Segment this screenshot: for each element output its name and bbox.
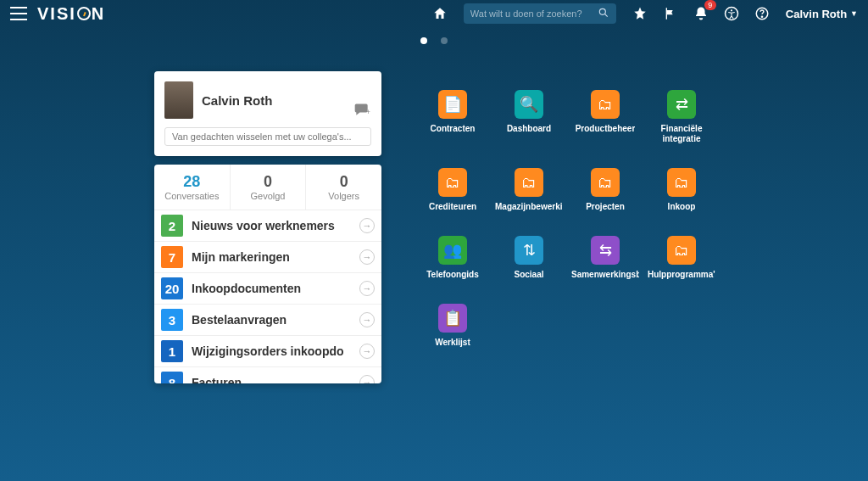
- stat-followers[interactable]: 0 Volgers: [306, 165, 381, 210]
- arrow-right-icon: →: [359, 249, 375, 265]
- app-tile[interactable]: ⇆Samenwerkingsbe: [571, 236, 639, 280]
- stat-following[interactable]: 0 Gevolgd: [231, 165, 307, 210]
- svg-line-1: [604, 14, 607, 16]
- app-tile[interactable]: 🔍Dashboard: [495, 90, 563, 144]
- pager-dot-2[interactable]: [441, 37, 448, 44]
- activity-panel: 28 Conversaties 0 Gevolgd 0 Volgers 2Nie…: [154, 165, 381, 383]
- logo-o-icon: [77, 7, 91, 20]
- list-item-count: 2: [161, 215, 183, 237]
- username-label: Calvin Roth: [786, 8, 847, 20]
- app-label: Productbeheer: [576, 124, 636, 134]
- app-label: Contracten: [431, 124, 476, 134]
- app-tile[interactable]: 🗂Crediteuren: [419, 168, 487, 212]
- arrow-right-icon: →: [359, 312, 375, 327]
- list-item[interactable]: 1Wijzigingsorders inkoopdo→: [154, 336, 381, 367]
- avatar[interactable]: [164, 81, 193, 119]
- app-tile[interactable]: 👥Telefoongids: [419, 236, 487, 280]
- list-item[interactable]: 8Facturen→: [154, 367, 381, 383]
- app-tile[interactable]: 📋Werklijst: [419, 304, 487, 348]
- app-icon: 🗂: [591, 168, 620, 197]
- search-box[interactable]: [464, 3, 616, 24]
- page-indicator: [0, 37, 868, 44]
- notifications-icon[interactable]: 9: [689, 2, 713, 25]
- arrow-right-icon: →: [359, 281, 375, 296]
- app-tile[interactable]: ⇄Financiële integratie: [648, 90, 715, 144]
- app-label: Sociaal: [514, 270, 543, 280]
- app-grid: 📄Contracten🔍Dashboard🗂Productbeheer⇄Fina…: [419, 90, 792, 348]
- brand-logo: VISI N: [37, 4, 105, 24]
- app-label: Inkoop: [668, 202, 696, 212]
- svg-text:+: +: [366, 108, 370, 116]
- stat-label: Volgers: [309, 191, 378, 201]
- profile-card: Calvin Roth +: [154, 71, 381, 156]
- app-label: Crediteuren: [429, 202, 476, 212]
- app-icon: ⇄: [667, 90, 696, 119]
- list-item-count: 1: [161, 340, 183, 362]
- app-icon: 🗂: [591, 90, 620, 119]
- app-icon: 📋: [438, 304, 467, 333]
- list-item[interactable]: 20Inkoopdocumenten→: [154, 273, 381, 305]
- app-label: Telefoongids: [426, 270, 478, 280]
- app-icon: ⇅: [515, 236, 543, 265]
- pager-dot-1[interactable]: [420, 37, 427, 44]
- search-input[interactable]: [470, 8, 598, 19]
- list-item-label: Inkoopdocumenten: [192, 282, 359, 295]
- app-tile[interactable]: 🗂Hulpprogramma's: [648, 236, 715, 280]
- app-label: Hulpprogramma's: [648, 270, 715, 280]
- app-icon: 🗂: [667, 168, 696, 197]
- app-icon: 🗂: [438, 168, 467, 197]
- flag-icon[interactable]: [659, 2, 682, 25]
- list-item[interactable]: 3Bestelaanvragen→: [154, 305, 381, 336]
- stat-label: Gevolgd: [234, 191, 303, 201]
- svg-point-5: [761, 16, 762, 17]
- app-icon: ⇆: [591, 236, 620, 265]
- app-tile[interactable]: 🗂Inkoop: [648, 168, 715, 212]
- caret-down-icon: ▼: [850, 9, 858, 18]
- arrow-right-icon: →: [359, 375, 375, 383]
- app-tile[interactable]: 📄Contracten: [419, 90, 487, 144]
- accessibility-icon[interactable]: [720, 2, 743, 25]
- app-tile[interactable]: 🗂Projecten: [571, 168, 639, 212]
- stat-num: 0: [234, 173, 303, 191]
- app-label: Dashboard: [507, 124, 551, 134]
- app-icon: 👥: [438, 236, 467, 265]
- app-label: Financiële integratie: [648, 124, 715, 144]
- user-menu[interactable]: Calvin Roth ▼: [786, 8, 858, 20]
- arrow-right-icon: →: [359, 218, 375, 233]
- list-item-count: 3: [161, 309, 183, 331]
- favorite-icon[interactable]: [628, 2, 652, 25]
- list-item[interactable]: 7Mijn markeringen→: [154, 242, 381, 273]
- svg-point-0: [599, 8, 605, 14]
- list-item-label: Mijn markeringen: [192, 250, 359, 264]
- logo-text-pre: VISI: [37, 4, 76, 24]
- app-tile[interactable]: ⇅Sociaal: [495, 236, 563, 280]
- app-label: Magazijnbewerking: [495, 202, 563, 212]
- app-label: Projecten: [586, 202, 625, 212]
- app-label: Samenwerkingsbe: [571, 270, 639, 280]
- activity-list[interactable]: 2Nieuws voor werknemers→7Mijn markeringe…: [154, 210, 381, 383]
- app-icon: 🗂: [515, 168, 543, 197]
- svg-point-3: [731, 9, 732, 11]
- profile-name: Calvin Roth: [202, 93, 272, 108]
- search-icon[interactable]: [598, 7, 609, 21]
- stat-conversations[interactable]: 28 Conversaties: [154, 165, 231, 210]
- list-item[interactable]: 2Nieuws voor werknemers→: [154, 210, 381, 242]
- stat-num: 28: [158, 173, 226, 191]
- list-item-count: 20: [161, 277, 183, 299]
- arrow-right-icon: →: [359, 344, 375, 359]
- share-thought-icon[interactable]: +: [353, 102, 371, 123]
- status-input[interactable]: [164, 127, 371, 146]
- home-icon[interactable]: [428, 2, 452, 25]
- app-icon: 🔍: [515, 90, 543, 119]
- stat-num: 0: [309, 173, 378, 191]
- list-item-count: 8: [161, 372, 183, 383]
- logo-text-post: N: [92, 4, 105, 24]
- app-icon: 🗂: [667, 236, 696, 265]
- stat-label: Conversaties: [158, 191, 226, 201]
- menu-hamburger[interactable]: [10, 7, 27, 20]
- app-tile[interactable]: 🗂Productbeheer: [571, 90, 639, 144]
- list-item-label: Bestelaanvragen: [192, 313, 359, 327]
- app-icon: 📄: [438, 90, 467, 119]
- app-tile[interactable]: 🗂Magazijnbewerking: [495, 168, 563, 212]
- help-icon[interactable]: [750, 2, 774, 25]
